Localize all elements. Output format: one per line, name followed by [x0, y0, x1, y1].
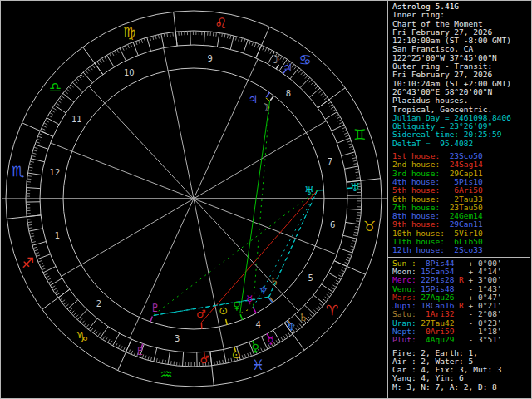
degree-tick: [294, 66, 297, 69]
degree-tick: [161, 34, 164, 48]
degree-tick: [308, 316, 310, 319]
degree-tick: [353, 235, 357, 236]
planet-glyph-moon-outer: ☽: [269, 53, 279, 66]
degree-tick: [297, 326, 299, 329]
degree-tick: [230, 36, 234, 50]
degree-tick: [313, 310, 317, 313]
degree-tick: [347, 257, 351, 259]
degree-tick: [219, 360, 220, 364]
degree-tick: [343, 130, 347, 131]
degree-tick: [75, 81, 78, 84]
degree-tick: [125, 46, 126, 50]
degree-tick: [154, 348, 157, 362]
degree-tick: [343, 235, 357, 239]
degree-tick: [27, 179, 31, 180]
degree-tick: [29, 165, 33, 165]
degree-tick: [227, 34, 228, 38]
degree-tick: [164, 33, 165, 37]
degree-tick: [332, 288, 335, 290]
degree-tick: [63, 93, 74, 102]
degree-tick: [352, 244, 356, 244]
chart-info-line: DeltaT = 95.4082: [392, 140, 530, 148]
degree-tick: [48, 116, 52, 117]
degree-tick: [319, 303, 323, 306]
planet-glyph-mercury-inner: ☿: [246, 293, 253, 306]
degree-tick: [48, 281, 52, 283]
degree-tick: [77, 309, 87, 319]
degree-tick: [348, 144, 352, 145]
degree-tick: [347, 254, 352, 256]
planet-pointer-sun-inner: [226, 319, 228, 325]
degree-tick: [257, 44, 259, 48]
degree-tick: [27, 175, 32, 176]
degree-tick: [60, 298, 63, 300]
degree-tick: [65, 91, 68, 94]
degree-tick: [217, 361, 218, 365]
planet-glyph-pluto-inner: ♇: [150, 302, 160, 314]
degree-tick: [183, 352, 184, 367]
degree-tick: [112, 52, 114, 56]
degree-tick: [118, 345, 120, 348]
degree-tick: [47, 278, 51, 280]
degree-tick: [349, 146, 353, 148]
degree-tick: [57, 293, 60, 295]
chart-info: Inner ring:Chart of the MomentFri Februa…: [392, 11, 530, 148]
degree-tick: [144, 38, 145, 42]
degree-tick: [335, 114, 338, 116]
sign-boundary-line: [174, 12, 177, 46]
sign-glyph-libra: ♎: [49, 79, 62, 96]
degree-tick: [34, 249, 38, 251]
degree-tick: [145, 356, 146, 360]
degree-tick: [84, 323, 86, 326]
degree-tick: [27, 181, 31, 182]
degree-tick: [54, 106, 66, 113]
separator: [388, 150, 530, 150]
degree-tick: [214, 361, 215, 365]
degree-tick: [57, 101, 61, 103]
sign-glyph-aquarius: ♒: [160, 366, 173, 382]
aspect-line-mercury-venus: [240, 308, 254, 313]
degree-tick: [44, 273, 47, 275]
degree-tick: [173, 32, 174, 37]
planet-glyph-venus-outer: ♀: [251, 342, 259, 354]
degree-tick: [310, 314, 313, 318]
degree-tick: [90, 66, 92, 70]
degree-tick: [264, 347, 265, 351]
degree-tick: [283, 336, 286, 339]
separator: [388, 257, 530, 258]
degree-tick: [210, 32, 211, 36]
degree-tick: [26, 188, 40, 189]
degree-tick: [115, 51, 116, 54]
degree-tick: [328, 293, 332, 295]
element-stats: Fire: 2, Earth: 1,Air : 2, Water: 5Car :…: [392, 349, 530, 392]
degree-tick: [52, 107, 56, 110]
degree-tick: [88, 318, 97, 329]
house-number-10: 10: [124, 68, 135, 77]
degree-tick: [323, 95, 326, 97]
degree-tick: [120, 48, 126, 61]
degree-tick: [350, 249, 354, 250]
stat-line: M: 3, N: 7, A: 2, D: 8: [392, 383, 530, 392]
degree-tick: [100, 60, 102, 63]
degree-tick: [79, 76, 81, 80]
planet-glyph-moon-inner: ☽: [260, 101, 270, 114]
degree-tick: [337, 138, 351, 143]
planet-glyph-saturn-outer: ♄: [298, 311, 308, 323]
degree-tick: [92, 65, 95, 68]
degree-tick: [139, 40, 140, 44]
degree-tick: [50, 278, 62, 286]
sign-glyph-gemini: ♊: [353, 126, 366, 143]
degree-tick: [261, 348, 263, 352]
degree-tick: [280, 56, 283, 59]
degree-tick: [30, 236, 34, 237]
degree-tick: [36, 255, 40, 257]
degree-tick: [31, 159, 45, 162]
degree-tick: [107, 339, 110, 342]
degree-tick: [29, 229, 43, 231]
degree-tick: [345, 262, 349, 264]
degree-tick: [213, 32, 214, 36]
degree-tick: [332, 285, 336, 288]
degree-tick: [342, 127, 346, 129]
planet-position-value: 4Aqu29: [421, 335, 454, 344]
degree-tick: [355, 227, 359, 228]
